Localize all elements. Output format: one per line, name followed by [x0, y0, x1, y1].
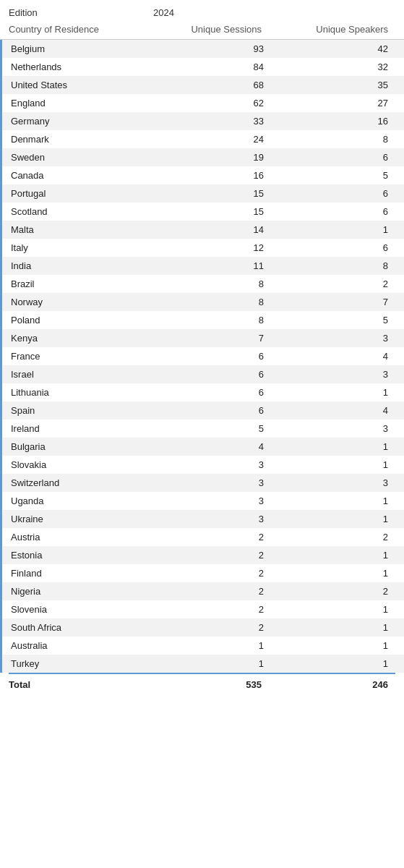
row-speakers: 6	[278, 242, 395, 253]
row-sessions: 7	[155, 333, 278, 344]
table-row: Lithuania 6 1	[0, 383, 404, 401]
row-country: Slovakia	[11, 459, 155, 470]
row-sessions: 2	[155, 604, 278, 615]
row-sessions: 93	[155, 43, 278, 54]
total-label: Total	[9, 679, 153, 690]
row-speakers: 5	[278, 315, 395, 326]
row-speakers: 2	[278, 586, 395, 597]
table-row: Australia 1 1	[0, 637, 404, 655]
row-sessions: 33	[155, 116, 278, 127]
table-row: Bulgaria 4 1	[0, 438, 404, 456]
row-sessions: 14	[155, 224, 278, 235]
row-speakers: 1	[278, 658, 395, 669]
row-sessions: 8	[155, 297, 278, 307]
table-row: Finland 2 1	[0, 564, 404, 582]
row-sessions: 3	[155, 459, 278, 470]
row-speakers: 4	[278, 351, 395, 362]
table-row: Germany 33 16	[0, 112, 404, 130]
row-sessions: 8	[155, 315, 278, 326]
table-row: Slovakia 3 1	[0, 456, 404, 474]
row-sessions: 3	[155, 495, 278, 506]
row-sessions: 84	[155, 61, 278, 72]
row-speakers: 1	[278, 568, 395, 579]
row-speakers: 4	[278, 405, 395, 416]
table-row: Italy 12 6	[0, 239, 404, 257]
table-row: Austria 2 2	[0, 528, 404, 546]
row-country: Finland	[11, 568, 155, 579]
row-sessions: 1	[155, 658, 278, 669]
table-row: Uganda 3 1	[0, 492, 404, 510]
table-row: Netherlands 84 32	[0, 58, 404, 76]
row-speakers: 1	[278, 604, 395, 615]
table-row: France 6 4	[0, 347, 404, 365]
row-country: Portugal	[11, 188, 155, 199]
row-sessions: 1	[155, 640, 278, 651]
row-sessions: 8	[155, 278, 278, 289]
row-speakers: 1	[278, 514, 395, 524]
total-row: Total 535 246	[0, 674, 404, 695]
row-sessions: 3	[155, 477, 278, 488]
row-country: Denmark	[11, 134, 155, 145]
row-country: Kenya	[11, 333, 155, 344]
table-row: Sweden 19 6	[0, 148, 404, 166]
row-country: Brazil	[11, 278, 155, 289]
row-country: Estonia	[11, 550, 155, 561]
table-row: Denmark 24 8	[0, 130, 404, 148]
row-sessions: 6	[155, 387, 278, 398]
row-sessions: 5	[155, 423, 278, 434]
row-country: France	[11, 351, 155, 362]
table-row: United States 68 35	[0, 76, 404, 94]
row-speakers: 1	[278, 640, 395, 651]
row-country: Turkey	[11, 658, 155, 669]
table-row: Portugal 15 6	[0, 184, 404, 203]
table-row: India 11 8	[0, 257, 404, 275]
row-speakers: 2	[278, 532, 395, 542]
row-country: Norway	[11, 297, 155, 307]
edition-label: Edition	[9, 7, 153, 18]
row-country: England	[11, 98, 155, 109]
row-sessions: 4	[155, 441, 278, 452]
column-headers: Country of Residence Unique Sessions Uni…	[0, 21, 404, 40]
row-sessions: 16	[155, 170, 278, 181]
row-speakers: 6	[278, 152, 395, 163]
table-row: Ukraine 3 1	[0, 510, 404, 528]
table-row: South Africa 2 1	[0, 618, 404, 637]
row-speakers: 6	[278, 188, 395, 199]
row-sessions: 11	[155, 260, 278, 271]
table-row: Norway 8 7	[0, 293, 404, 311]
row-speakers: 16	[278, 116, 395, 127]
row-country: Belgium	[11, 43, 155, 54]
row-country: Switzerland	[11, 477, 155, 488]
table-row: Slovenia 2 1	[0, 600, 404, 618]
table-row: Canada 16 5	[0, 166, 404, 184]
row-speakers: 8	[278, 134, 395, 145]
table-row: Ireland 5 3	[0, 420, 404, 438]
row-country: Bulgaria	[11, 441, 155, 452]
table-row: Estonia 2 1	[0, 546, 404, 564]
row-speakers: 1	[278, 495, 395, 506]
row-country: Germany	[11, 116, 155, 127]
row-sessions: 2	[155, 568, 278, 579]
table-row: Poland 8 5	[0, 311, 404, 329]
row-country: Ireland	[11, 423, 155, 434]
row-sessions: 6	[155, 369, 278, 380]
table-row: Belgium 93 42	[0, 40, 404, 58]
row-speakers: 1	[278, 550, 395, 561]
sessions-header: Unique Sessions	[153, 24, 276, 35]
row-sessions: 62	[155, 98, 278, 109]
table-row: Malta 14 1	[0, 221, 404, 239]
row-sessions: 15	[155, 188, 278, 199]
row-sessions: 3	[155, 514, 278, 524]
row-country: Ukraine	[11, 514, 155, 524]
table-row: Kenya 7 3	[0, 329, 404, 347]
row-sessions: 2	[155, 550, 278, 561]
row-speakers: 3	[278, 477, 395, 488]
row-speakers: 1	[278, 224, 395, 235]
row-speakers: 7	[278, 297, 395, 307]
row-speakers: 27	[278, 98, 395, 109]
row-sessions: 19	[155, 152, 278, 163]
row-sessions: 68	[155, 80, 278, 90]
row-country: Lithuania	[11, 387, 155, 398]
row-speakers: 8	[278, 260, 395, 271]
row-country: India	[11, 260, 155, 271]
